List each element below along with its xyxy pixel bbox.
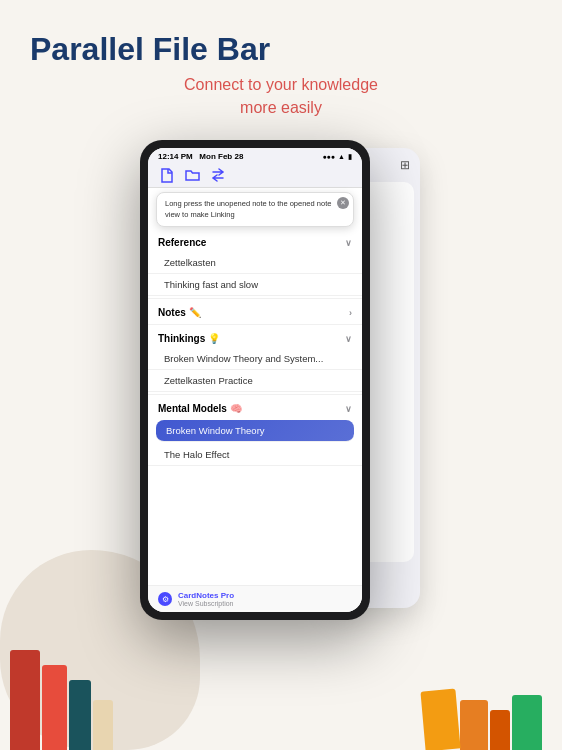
tooltip-close-button[interactable]: ✕ <box>337 197 349 209</box>
books-right-illustration <box>423 690 542 750</box>
status-time: 12:14 PM Mon Feb 28 <box>158 152 243 161</box>
section-header-reference[interactable]: Reference ∨ <box>148 231 362 252</box>
battery-icon: ▮ <box>348 153 352 161</box>
subtitle-line1: Connect to your knowledge <box>184 76 378 93</box>
section-label-reference: Reference <box>158 237 206 248</box>
divider <box>148 394 362 395</box>
subscription-bar[interactable]: ⚙ CardNotes Pro View Subscription <box>148 585 362 612</box>
divider <box>148 298 362 299</box>
list-item[interactable]: The Halo Effect <box>148 444 362 466</box>
subtitle-line2: more easily <box>240 99 322 116</box>
tooltip-popup: Long press the unopened note to the open… <box>156 192 354 227</box>
sidebar-toggle-icon[interactable]: ⊞ <box>400 158 410 172</box>
ipad-device: 12:14 PM Mon Feb 28 ●●● ▲ ▮ <box>140 140 370 620</box>
signal-icon: ●●● <box>322 153 335 160</box>
list-item-selected[interactable]: Broken Window Theory <box>156 420 354 442</box>
divider <box>148 324 362 325</box>
main-title: Parallel File Bar <box>30 30 532 68</box>
file-icon[interactable] <box>158 167 174 183</box>
transfer-icon[interactable] <box>210 167 226 183</box>
subscription-title: CardNotes Pro <box>178 591 234 600</box>
ipad-screen: 12:14 PM Mon Feb 28 ●●● ▲ ▮ <box>148 148 362 612</box>
books-left-illustration <box>10 650 113 750</box>
section-label-mental-models: Mental Models 🧠 <box>158 403 242 414</box>
tooltip-text: Long press the unopened note to the open… <box>165 199 331 219</box>
subscription-subtitle: View Subscription <box>178 600 234 607</box>
chevron-down-icon-3: ∨ <box>345 404 352 414</box>
list-item[interactable]: Broken Window Theory and System... <box>148 348 362 370</box>
subscription-gear-icon: ⚙ <box>158 592 172 606</box>
toolbar <box>148 163 362 188</box>
status-icons: ●●● ▲ ▮ <box>322 153 352 161</box>
folder-icon[interactable] <box>184 167 200 183</box>
section-label-thinkings: Thinkings 💡 <box>158 333 220 344</box>
header-section: Parallel File Bar Connect to your knowle… <box>0 0 562 129</box>
file-list: Reference ∨ Zettelkasten Thinking fast a… <box>148 231 362 585</box>
status-bar: 12:14 PM Mon Feb 28 ●●● ▲ ▮ <box>148 148 362 163</box>
list-item[interactable]: Zettelkasten Practice <box>148 370 362 392</box>
section-header-notes[interactable]: Notes ✏️ › <box>148 301 362 322</box>
sub-title: Connect to your knowledge more easily <box>30 74 532 119</box>
wifi-icon: ▲ <box>338 153 345 160</box>
ipad-outer-frame: 12:14 PM Mon Feb 28 ●●● ▲ ▮ <box>140 140 370 620</box>
chevron-down-icon-2: ∨ <box>345 334 352 344</box>
subscription-text: CardNotes Pro View Subscription <box>178 591 234 607</box>
section-header-thinkings[interactable]: Thinkings 💡 ∨ <box>148 327 362 348</box>
section-label-notes: Notes ✏️ <box>158 307 201 318</box>
chevron-down-icon: ∨ <box>345 238 352 248</box>
section-header-mental-models[interactable]: Mental Models 🧠 ∨ <box>148 397 362 418</box>
chevron-right-icon: › <box>349 308 352 318</box>
list-item[interactable]: Zettelkasten <box>148 252 362 274</box>
list-item[interactable]: Thinking fast and slow <box>148 274 362 296</box>
